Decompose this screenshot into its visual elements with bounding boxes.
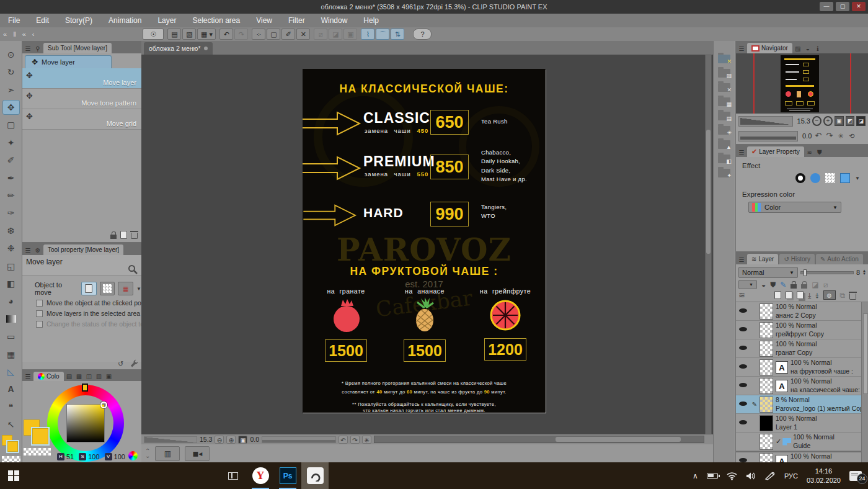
draft-layer-icon[interactable]: ✎ xyxy=(780,280,786,289)
transparent-color-swatch[interactable] xyxy=(2,456,20,462)
expression-color-dropdown[interactable]: Color ▼ xyxy=(748,202,841,213)
pencil-tool[interactable]: ✏ xyxy=(2,188,20,202)
material-layout-folder[interactable]: ▤ xyxy=(718,112,730,120)
start-button[interactable] xyxy=(0,462,27,489)
menu-selection-area[interactable]: Selection area xyxy=(184,16,248,25)
object-dropdown-icon[interactable]: ▼ xyxy=(136,286,141,292)
menu-filter[interactable]: Filter xyxy=(280,16,313,25)
nav-zoom-in-button[interactable]: + xyxy=(823,116,833,126)
visibility-eye-icon[interactable] xyxy=(739,344,747,352)
auto-select-tool[interactable]: ✦ xyxy=(2,135,20,150)
object-tone-button[interactable] xyxy=(100,282,115,295)
material-brush-folder[interactable]: ✳ xyxy=(718,126,730,135)
menu-animation[interactable]: Animation xyxy=(100,16,149,25)
canvas-viewport[interactable]: PAROVOZ est. 2017 Cafexbar НА КЛАССИЧЕСК… xyxy=(141,55,713,434)
selection-tool[interactable]: ▢ xyxy=(2,118,20,132)
menu-window[interactable]: Window xyxy=(313,16,356,25)
layer-search-tab[interactable]: ≋ xyxy=(805,148,814,157)
information-tab[interactable]: ℹ xyxy=(813,45,822,53)
lock-transparent-icon[interactable] xyxy=(801,284,807,289)
tone-effect-icon[interactable] xyxy=(810,173,820,183)
eyedropper-tool[interactable]: ✐ xyxy=(2,153,20,167)
select-again-button[interactable]: ▢ xyxy=(267,29,280,40)
reset-tool-property-icon[interactable]: ↺ xyxy=(116,359,125,368)
nav-flip-v-button[interactable]: ◪ xyxy=(856,116,866,126)
layer-row[interactable]: 100 % Normalананс 2 Copy xyxy=(736,302,868,321)
open-file-button[interactable]: ▧ xyxy=(182,29,196,40)
notification-icon[interactable]: 24 xyxy=(849,471,862,481)
snap-to-grid-button[interactable]: ⇅ xyxy=(391,29,404,40)
color-slider-tab[interactable]: ▤ xyxy=(65,372,74,381)
border-effect-icon[interactable] xyxy=(795,173,805,183)
nav-reset-button[interactable]: ✳ xyxy=(836,132,845,140)
dock-left-arrow-icon[interactable]: ‹ xyxy=(29,30,38,38)
transparent-swatch[interactable] xyxy=(24,448,51,455)
layer-row[interactable]: 100 % NormalLayer 1 xyxy=(736,414,868,433)
menu-file[interactable]: File xyxy=(0,16,28,25)
csp-logo-button[interactable]: ☉ xyxy=(143,29,164,40)
snap-to-ruler-button[interactable]: ⌇ xyxy=(361,29,374,40)
layer-mask-button[interactable]: ◍ xyxy=(823,290,836,300)
checkbox-change-status[interactable]: Change the status of the object to move … xyxy=(22,317,141,328)
rotation-slider[interactable] xyxy=(262,436,336,443)
nav-rotate-cw-button[interactable]: ↷ xyxy=(825,132,834,140)
ruler-tool[interactable]: ◺ xyxy=(2,364,20,379)
hue-marker[interactable] xyxy=(82,384,88,392)
color-history-tab[interactable]: ▣ xyxy=(105,372,113,381)
figure-tool[interactable]: ▭ xyxy=(2,330,20,344)
new-file-button[interactable]: ▤ xyxy=(167,29,181,40)
new-folder-button[interactable] xyxy=(797,291,804,299)
menu-view[interactable]: View xyxy=(248,16,280,25)
opacity-slider[interactable] xyxy=(800,271,854,274)
visibility-eye-icon[interactable] xyxy=(739,325,747,333)
halftone-icon[interactable] xyxy=(825,173,835,183)
visibility-eye-icon[interactable] xyxy=(739,400,747,408)
dock-handle-icon[interactable]: ‖ xyxy=(10,30,19,38)
background-color-swatch[interactable] xyxy=(32,428,48,444)
visibility-eye-icon[interactable] xyxy=(739,307,747,315)
object-layer-button[interactable] xyxy=(81,282,97,295)
mask-to-selection-icon[interactable]: ⧉ xyxy=(840,291,846,300)
effect-dropdown-icon[interactable]: ▼ xyxy=(855,176,860,181)
decoration-tool[interactable]: ❉ xyxy=(2,241,20,256)
material-3d-folder[interactable]: ◧ xyxy=(718,155,730,163)
material-monochrome-folder[interactable]: ✕ xyxy=(718,83,730,92)
menu-story[interactable]: Story(P) xyxy=(57,16,100,25)
color-set-tab[interactable]: ▦ xyxy=(75,372,84,381)
zoom-tool[interactable]: ⊙ xyxy=(2,47,20,61)
camera-view-button[interactable]: ◼◂ xyxy=(185,446,210,461)
reference-layer-icon[interactable]: ⛊ xyxy=(770,280,776,289)
nav-zoom-out-button[interactable]: − xyxy=(812,116,822,126)
layer-row[interactable]: A 100 % Normalна классической чаше: xyxy=(736,377,868,395)
delete-subtool-icon[interactable] xyxy=(131,233,138,239)
rotate-canvas-tool[interactable]: ↻ xyxy=(2,65,20,79)
panel-menu-icon[interactable]: ☰ xyxy=(24,372,32,381)
auto-action-tab[interactable]: ✎Auto Action xyxy=(816,254,863,264)
deselect-button[interactable]: ⁘ xyxy=(252,29,265,40)
navigator-preview[interactable] xyxy=(736,53,868,114)
panel-menu-icon[interactable]: ☰ xyxy=(737,148,746,157)
object-grid-button[interactable]: ▦ xyxy=(118,282,133,295)
yandex-browser-button[interactable]: Y xyxy=(247,462,274,489)
nav-fit-button[interactable]: ▣ xyxy=(835,116,844,126)
material-pose-folder[interactable]: ✦ xyxy=(718,169,730,177)
history-tab[interactable]: ↺History xyxy=(779,254,815,264)
photoshop-button[interactable]: Ps xyxy=(274,462,301,489)
material-color-pattern-folder[interactable]: ✕ xyxy=(718,55,730,63)
frame-border-tool[interactable]: ▦ xyxy=(2,347,20,361)
tool-property-tab[interactable]: Tool property [Move layer] xyxy=(43,244,123,255)
volume-icon[interactable] xyxy=(746,472,756,480)
transfer-down-icon[interactable]: ⤓ xyxy=(808,291,811,300)
tool-color-swatches[interactable] xyxy=(2,435,20,453)
merge-down-icon[interactable]: ⤈ xyxy=(815,291,818,300)
sub-color-swatch[interactable] xyxy=(7,441,18,452)
new-layer-button[interactable] xyxy=(774,291,781,299)
wifi-icon[interactable] xyxy=(727,472,737,480)
material-image-folder[interactable]: ▨ xyxy=(718,69,730,78)
sub-tool-group-tab[interactable]: ✥Move layer xyxy=(25,55,112,68)
layer-color-icon[interactable] xyxy=(840,173,850,183)
visibility-eye-icon[interactable] xyxy=(739,456,747,462)
approximate-color-tab[interactable]: ▥ xyxy=(95,372,104,381)
panel-menu-icon[interactable]: ☰ xyxy=(24,45,32,53)
minimize-button[interactable]: — xyxy=(820,2,833,11)
